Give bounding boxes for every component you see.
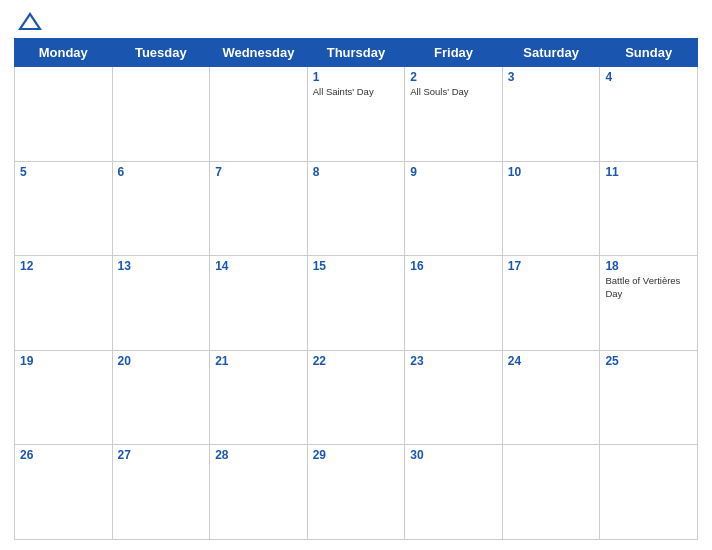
week-row-3: 12131415161718Battle of Vertières Day (15, 256, 698, 351)
day-number: 23 (410, 354, 497, 368)
day-cell: 24 (502, 350, 600, 445)
logo (16, 10, 48, 32)
day-cell (502, 445, 600, 540)
day-cell: 13 (112, 256, 210, 351)
day-cell: 5 (15, 161, 113, 256)
day-number: 4 (605, 70, 692, 84)
day-number: 18 (605, 259, 692, 273)
day-cell: 15 (307, 256, 405, 351)
day-number: 11 (605, 165, 692, 179)
weekday-wednesday: Wednesday (210, 39, 308, 67)
day-number: 12 (20, 259, 107, 273)
page: MondayTuesdayWednesdayThursdayFridaySatu… (0, 0, 712, 550)
day-cell: 11 (600, 161, 698, 256)
day-number: 2 (410, 70, 497, 84)
day-cell: 4 (600, 67, 698, 162)
day-cell: 20 (112, 350, 210, 445)
day-number: 26 (20, 448, 107, 462)
day-number: 14 (215, 259, 302, 273)
weekday-saturday: Saturday (502, 39, 600, 67)
day-number: 21 (215, 354, 302, 368)
day-cell (210, 67, 308, 162)
day-cell: 19 (15, 350, 113, 445)
day-number: 25 (605, 354, 692, 368)
day-cell: 12 (15, 256, 113, 351)
week-row-4: 19202122232425 (15, 350, 698, 445)
day-cell: 7 (210, 161, 308, 256)
day-cell: 28 (210, 445, 308, 540)
day-number: 30 (410, 448, 497, 462)
day-number: 5 (20, 165, 107, 179)
weekday-header-row: MondayTuesdayWednesdayThursdayFridaySatu… (15, 39, 698, 67)
weekday-tuesday: Tuesday (112, 39, 210, 67)
day-cell: 30 (405, 445, 503, 540)
day-cell: 27 (112, 445, 210, 540)
week-row-1: 1All Saints' Day2All Souls' Day34 (15, 67, 698, 162)
day-cell: 6 (112, 161, 210, 256)
weekday-thursday: Thursday (307, 39, 405, 67)
day-number: 13 (118, 259, 205, 273)
day-cell: 8 (307, 161, 405, 256)
weekday-friday: Friday (405, 39, 503, 67)
holiday-label: All Souls' Day (410, 86, 497, 98)
day-number: 6 (118, 165, 205, 179)
day-cell: 22 (307, 350, 405, 445)
day-cell: 14 (210, 256, 308, 351)
day-number: 3 (508, 70, 595, 84)
day-cell: 25 (600, 350, 698, 445)
day-number: 7 (215, 165, 302, 179)
day-cell: 26 (15, 445, 113, 540)
day-cell: 10 (502, 161, 600, 256)
holiday-label: Battle of Vertières Day (605, 275, 692, 300)
day-cell: 3 (502, 67, 600, 162)
day-number: 22 (313, 354, 400, 368)
day-cell: 21 (210, 350, 308, 445)
day-number: 24 (508, 354, 595, 368)
day-cell (112, 67, 210, 162)
week-row-5: 2627282930 (15, 445, 698, 540)
day-cell: 9 (405, 161, 503, 256)
day-cell: 29 (307, 445, 405, 540)
day-cell: 2All Souls' Day (405, 67, 503, 162)
logo-icon (16, 10, 44, 32)
day-number: 17 (508, 259, 595, 273)
day-number: 29 (313, 448, 400, 462)
calendar-header (14, 10, 698, 32)
calendar-table: MondayTuesdayWednesdayThursdayFridaySatu… (14, 38, 698, 540)
day-cell: 1All Saints' Day (307, 67, 405, 162)
day-cell (600, 445, 698, 540)
day-number: 8 (313, 165, 400, 179)
weekday-sunday: Sunday (600, 39, 698, 67)
day-number: 15 (313, 259, 400, 273)
holiday-label: All Saints' Day (313, 86, 400, 98)
day-number: 16 (410, 259, 497, 273)
day-cell: 16 (405, 256, 503, 351)
weekday-monday: Monday (15, 39, 113, 67)
day-number: 27 (118, 448, 205, 462)
day-number: 9 (410, 165, 497, 179)
day-cell (15, 67, 113, 162)
week-row-2: 567891011 (15, 161, 698, 256)
day-cell: 18Battle of Vertières Day (600, 256, 698, 351)
day-number: 20 (118, 354, 205, 368)
day-cell: 17 (502, 256, 600, 351)
day-number: 1 (313, 70, 400, 84)
day-number: 28 (215, 448, 302, 462)
day-number: 10 (508, 165, 595, 179)
day-number: 19 (20, 354, 107, 368)
day-cell: 23 (405, 350, 503, 445)
